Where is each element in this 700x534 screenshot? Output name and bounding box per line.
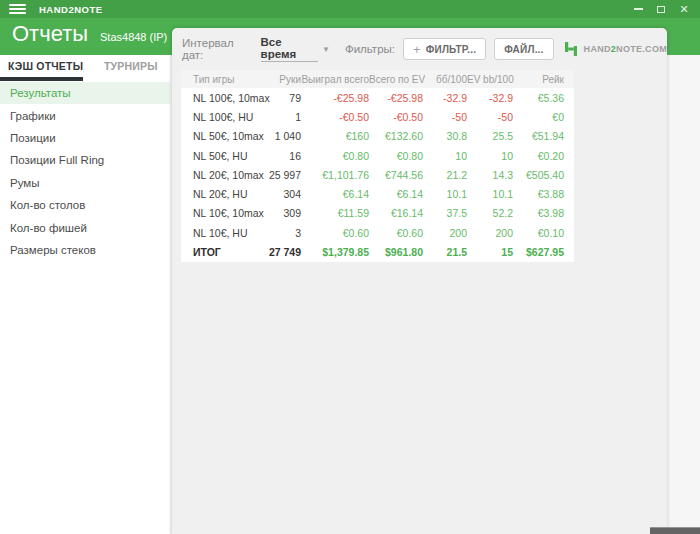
table-row[interactable]: NL 10€, HU3€0.60€0.60200200€0.10 (181, 223, 574, 242)
window-controls: ✕ (624, 2, 693, 16)
sidebar-item-results[interactable]: Результаты (0, 82, 170, 104)
filters-label: Фильтры: (345, 43, 395, 55)
table-cell: 3 (261, 227, 301, 239)
add-filter-button[interactable]: + ФИЛЬТР... (403, 38, 486, 60)
sidebar: КЭШ ОТЧЕТЫТУРНИРЫ РезультатыГрафикиПозиц… (0, 55, 170, 534)
content-card: Интервал дат: Все время ▼ Фильтры: + ФИЛ… (172, 28, 667, 534)
close-icon: ✕ (679, 4, 688, 15)
add-filter-button-label: ФИЛЬТР... (426, 44, 476, 55)
table-cell: €1,101.76 (301, 169, 369, 181)
minimize-button[interactable] (629, 2, 647, 16)
account-selector[interactable]: Stas4848 (IP) ▼ (100, 31, 179, 43)
table-cell: 309 (261, 207, 301, 219)
table-cell: 304 (261, 188, 301, 200)
table-cell: -32.9 (467, 92, 513, 104)
column-header[interactable]: бб/100 (423, 74, 467, 85)
table-cell: €0.20 (513, 150, 574, 162)
table-cell: NL 20€, HU (181, 188, 261, 200)
table-cell: €6.14 (369, 188, 423, 200)
sidebar-item-players-count[interactable]: Кол-во фишей (0, 216, 170, 238)
column-header[interactable]: Всего по EV (369, 74, 423, 85)
minimize-icon (634, 8, 643, 10)
table-cell: €0.60 (301, 227, 369, 239)
plus-icon: + (413, 43, 421, 56)
hand2note-logo-icon (563, 41, 579, 57)
sidebar-item-rooms[interactable]: Румы (0, 172, 170, 194)
table-cell: 37.5 (423, 207, 467, 219)
table-cell: NL 100€, HU (181, 111, 261, 123)
table-cell: €160 (301, 130, 369, 142)
app-title: HAND2NOTE (39, 4, 103, 15)
results-table: Тип игрыРукиВыиграл всегоВсего по EVбб/1… (181, 70, 574, 262)
table-cell: 10.1 (467, 188, 513, 200)
maximize-icon (657, 6, 665, 13)
table-cell: 27 749 (261, 246, 301, 258)
table-cell: €0.10 (513, 227, 574, 239)
table-cell: 52.2 (467, 207, 513, 219)
table-cell: €0.80 (369, 150, 423, 162)
table-cell: 10 (423, 150, 467, 162)
table-cell: 1 (261, 111, 301, 123)
sidebar-item-table-count[interactable]: Кол-во столов (0, 194, 170, 216)
tab-cash-reports[interactable]: КЭШ ОТЧЕТЫ (0, 55, 83, 81)
file-button-label: ФАЙЛ... (504, 44, 543, 55)
table-row[interactable]: NL 20€, HU304€6.14€6.1410.110.1€3.88 (181, 184, 574, 203)
table-cell: 15 (467, 246, 513, 258)
table-cell: $1,379.85 (301, 246, 369, 258)
table-cell: -€0.50 (369, 111, 423, 123)
column-header[interactable]: EV bb/100 (467, 74, 513, 85)
file-button[interactable]: ФАЙЛ... (494, 38, 553, 60)
date-interval-value: Все время (261, 36, 318, 62)
table-cell: NL 20€, 10max (181, 169, 261, 181)
table-cell: €3.98 (513, 207, 574, 219)
background-window-fragment (650, 527, 700, 534)
table-row[interactable]: NL 100€, HU1-€0.50-€0.50-50-50€0 (181, 107, 574, 126)
brand: HAND2NOTE.COM (563, 41, 667, 57)
filter-bar: Интервал дат: Все время ▼ Фильтры: + ФИЛ… (172, 28, 667, 63)
table-cell: €132.60 (369, 130, 423, 142)
sidebar-item-stack-sizes[interactable]: Размеры стеков (0, 239, 170, 261)
table-row[interactable]: NL 20€, 10max25 997€1,101.76€744.5621.21… (181, 165, 574, 184)
column-header[interactable]: Руки (261, 74, 301, 85)
table-row[interactable]: NL 10€, 10max309€11.59€16.1437.552.2€3.9… (181, 204, 574, 223)
brand-text: HAND2NOTE.COM (584, 44, 667, 54)
table-cell: -€25.98 (301, 92, 369, 104)
maximize-button[interactable] (652, 2, 670, 16)
table-cell: NL 100€, 10max (181, 92, 261, 104)
table-row[interactable]: NL 50€, 10max1 040€160€132.6030.825.5€51… (181, 127, 574, 146)
table-cell: -50 (467, 111, 513, 123)
table-cell: ИТОГ (181, 246, 261, 258)
table-cell: -50 (423, 111, 467, 123)
table-cell: €0 (513, 111, 574, 123)
sidebar-item-graphs[interactable]: Графики (0, 104, 170, 126)
sidebar-menu: РезультатыГрафикиПозицииПозиции Full Rin… (0, 82, 170, 261)
table-cell: -€0.50 (301, 111, 369, 123)
table-cell: 25 997 (261, 169, 301, 181)
sidebar-item-positions-full-ring[interactable]: Позиции Full Ring (0, 149, 170, 171)
sidebar-item-positions[interactable]: Позиции (0, 127, 170, 149)
column-header[interactable]: Тип игры (181, 74, 261, 85)
account-name: Stas4848 (IP) (100, 31, 167, 43)
close-button[interactable]: ✕ (675, 2, 693, 16)
table-cell: -€25.98 (369, 92, 423, 104)
table-row[interactable]: NL 50€, HU16€0.80€0.801010€0.20 (181, 146, 574, 165)
chevron-down-icon: ▼ (322, 45, 330, 54)
table-total-row[interactable]: ИТОГ27 749$1,379.85$961.8021.515$627.95 (181, 242, 574, 261)
tab-tournaments[interactable]: ТУРНИРЫ (96, 55, 158, 81)
report-tabs: КЭШ ОТЧЕТЫТУРНИРЫ (0, 55, 170, 81)
date-interval-dropdown[interactable]: Все время ▼ (261, 36, 330, 62)
table-row[interactable]: NL 100€, 10max79-€25.98-€25.98-32.9-32.9… (181, 88, 574, 107)
table-cell: 10.1 (423, 188, 467, 200)
table-cell: €6.14 (301, 188, 369, 200)
table-cell: 21.2 (423, 169, 467, 181)
column-header[interactable]: Выиграл всего (301, 74, 369, 85)
table-cell: 21.5 (423, 246, 467, 258)
column-header[interactable]: Рейк (513, 74, 574, 85)
table-cell: €505.40 (513, 169, 574, 181)
hamburger-menu-icon[interactable] (9, 4, 26, 14)
table-cell: €744.56 (369, 169, 423, 181)
table-cell: €51.94 (513, 130, 574, 142)
table-cell: NL 50€, 10max (181, 130, 261, 142)
table-cell: 200 (467, 227, 513, 239)
table-cell: €5.36 (513, 92, 574, 104)
